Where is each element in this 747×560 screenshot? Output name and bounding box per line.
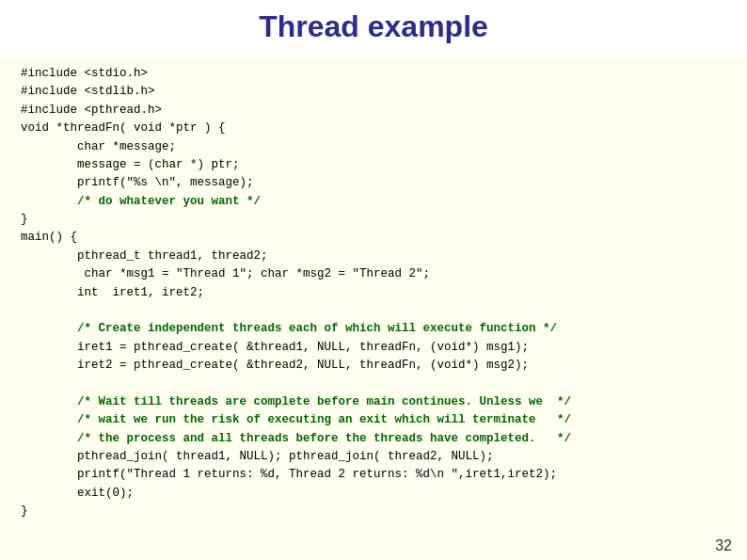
page-number: 32 [715,537,732,554]
slide-container: Thread example #include <stdio.h> #inclu… [0,0,747,560]
slide-body: #include <stdio.h> #include <stdlib.h> #… [0,52,747,560]
slide-header: Thread example [0,0,747,52]
slide-title: Thread example [259,9,488,43]
code-block: #include <stdio.h> #include <stdlib.h> #… [21,65,726,520]
